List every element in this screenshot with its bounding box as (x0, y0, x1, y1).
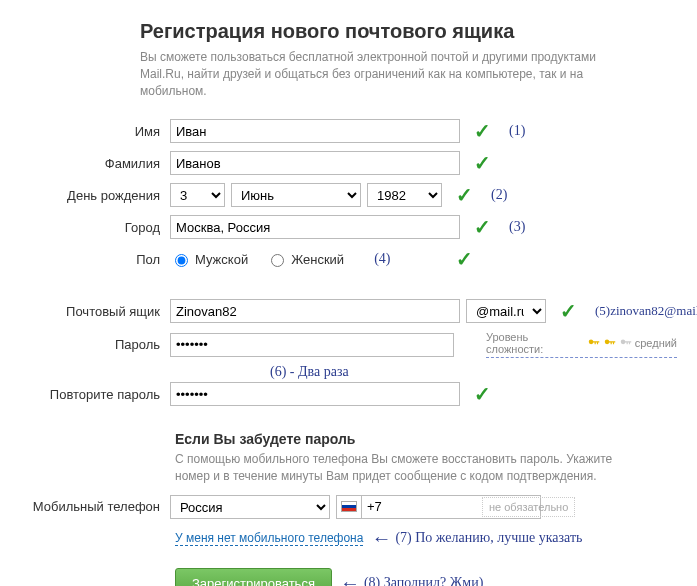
select-year[interactable]: 1982 (367, 183, 442, 207)
recovery-desc: С помощью мобильного телефона Вы сможете… (175, 451, 645, 485)
label-password: Пароль (20, 337, 170, 352)
select-mail-domain[interactable]: @mail.ru (466, 299, 546, 323)
check-icon: ✓ (456, 183, 473, 207)
key-icon (619, 336, 633, 350)
radio-female-input[interactable] (271, 254, 284, 267)
radio-male-label: Мужской (195, 252, 248, 267)
label-surname: Фамилия (20, 156, 170, 171)
select-day[interactable]: 3 (170, 183, 225, 207)
select-country[interactable]: Россия (170, 495, 330, 519)
radio-male[interactable]: Мужской (170, 251, 248, 267)
label-password2: Повторите пароль (20, 387, 170, 402)
input-mailbox[interactable] (170, 299, 460, 323)
input-city[interactable] (170, 215, 460, 239)
label-city: Город (20, 220, 170, 235)
annotation-8: (8) Заполнил? Жми) (364, 575, 483, 586)
input-password[interactable] (170, 333, 454, 357)
phone-input-box[interactable] (336, 495, 476, 519)
submit-button[interactable]: Зарегистрироваться (175, 568, 332, 586)
radio-female[interactable]: Женский (266, 251, 344, 267)
annotation-3: (3) (509, 219, 525, 235)
optional-label: не обязательно (482, 497, 575, 517)
radio-male-input[interactable] (175, 254, 188, 267)
check-icon: ✓ (560, 299, 577, 323)
check-icon: ✓ (474, 151, 491, 175)
page-title: Регистрация нового почтового ящика (140, 20, 677, 43)
label-phone: Мобильный телефон (20, 499, 170, 514)
key-icon (603, 336, 617, 350)
arrow-icon: ← (371, 527, 391, 550)
page-subtitle: Вы сможете пользоваться бесплатной элект… (140, 49, 610, 99)
select-month[interactable]: Июнь (231, 183, 361, 207)
recovery-title: Если Вы забудете пароль (175, 431, 677, 447)
radio-female-label: Женский (291, 252, 344, 267)
password-strength: Уровень сложности: средний (486, 331, 677, 358)
annotation-1: (1) (509, 123, 525, 139)
annotation-4: (4) (374, 251, 390, 267)
check-icon: ✓ (474, 382, 491, 406)
arrow-icon: ← (340, 572, 360, 586)
label-gender: Пол (20, 252, 170, 267)
flag-ru-icon (341, 501, 357, 512)
annotation-6: (6) - Два раза (270, 364, 349, 380)
no-phone-link[interactable]: У меня нет мобильного телефона (175, 531, 363, 546)
check-icon: ✓ (474, 119, 491, 143)
label-birthday: День рождения (20, 188, 170, 203)
input-password2[interactable] (170, 382, 460, 406)
key-icon (587, 336, 601, 350)
label-mailbox: Почтовый ящик (20, 304, 170, 319)
annotation-5: (5)zinovan82@mail.ru (595, 303, 697, 319)
input-name[interactable] (170, 119, 460, 143)
input-surname[interactable] (170, 151, 460, 175)
annotation-7: (7) По желанию, лучше указать (395, 530, 582, 546)
label-name: Имя (20, 124, 170, 139)
check-icon: ✓ (474, 215, 491, 239)
annotation-2: (2) (491, 187, 507, 203)
check-icon: ✓ (456, 247, 473, 271)
